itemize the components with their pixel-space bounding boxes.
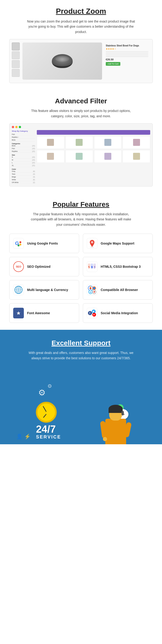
zoom-product-info-panel: Stainless Steel Bowl For Dogs ★★★★☆ €26.… [104,42,150,80]
browser-bar [12,126,150,128]
popular-features-description: The popular features include fully respo… [30,212,132,227]
zoom-thumb-3[interactable] [12,60,20,68]
google-fonts-label: Using Google Fonts [27,241,58,246]
browser-minimize-dot [15,126,18,128]
product-bowl-image [52,54,73,68]
product-zoom-description: Now you can zoom the product and get to … [25,19,137,34]
filter-sidebar-title: Shop By Category [12,130,35,132]
compat-svg: IE [87,285,97,295]
filter-product-3 [94,136,122,149]
person-head [109,407,122,420]
filter-sidebar: Shop By Category Fish Reptiles › Birds C… [12,130,35,184]
zoom-thumb-2[interactable] [12,51,20,59]
popular-features-section: Popular Features The popular features in… [0,191,162,330]
product-title: Stainless Steel Bowl For Dogs [106,44,148,47]
multilang-svg [14,285,23,294]
filter-product-4 [123,136,150,149]
zoom-thumbnail-list [12,42,21,80]
svg-text:IE: IE [89,291,92,293]
lightning-icon: ⚡ [24,434,31,440]
filter-cat-birds[interactable]: Birds [12,139,35,142]
filter-product-1 [37,136,64,149]
user-silhouette-icon: 👤 [16,434,22,440]
support-247-text: 24/7 [36,424,56,434]
svg-rect-11 [88,264,90,267]
support-bottom-icons: 👤 ⚡ [16,434,31,440]
feature-card-html5: 5 B 3 HTML5, CSS3 Bootstrap 3 [83,257,153,276]
compat-icon: IE [87,284,97,295]
support-illustration-area: ⚙ ⚙ 24/7 SERVICE [9,365,153,444]
filter-item-birds[interactable]: Birds (22) [12,144,35,147]
product-price: €26.50 [106,58,148,61]
multilang-label: Multi language & Currency [27,288,68,292]
clock-hand-hour [43,406,47,412]
filter-size-l[interactable]: L (22) [12,162,35,164]
filter-size-s[interactable]: S (22) [12,156,35,158]
filter-color-white[interactable]: White (6) [12,178,35,181]
filter-size-m[interactable]: M (22) [12,158,35,162]
svg-point-4 [18,244,19,246]
clock-icon [36,402,57,423]
html5-svg: 5 B 3 [88,262,96,271]
svg-point-7 [91,242,93,243]
clock-hand-minute [43,414,47,418]
html5-label: HTML5, CSS3 Bootstrap 3 [101,264,141,269]
filter-product-6 [66,150,93,163]
filter-main-area [37,130,150,184]
feature-card-google-fonts: G Using Google Fonts [9,234,79,253]
advanced-filter-section: Advanced Filter This feature allows visi… [0,88,162,191]
filter-cat-reptiles[interactable]: Reptiles › [12,136,35,139]
filter-color-offwhite[interactable]: Off White (2) [12,181,35,184]
zoom-thumb-1[interactable] [12,42,20,50]
social-label: Social Media Integration [101,311,138,315]
filter-color-tean[interactable]: Tean (4) [12,173,35,176]
support-left-group: ⚙ ⚙ 24/7 SERVICE [36,402,61,440]
feature-card-google-maps: Google Maps Support [83,234,153,253]
zoom-thumb-4[interactable] [12,69,20,77]
filter-top-bar [37,130,150,135]
person-torso [105,419,126,444]
excellent-support-description: With great deals and offers, customers a… [25,350,137,361]
gear-large-icon: ⚙ [38,388,46,398]
support-right-group: • • • [105,407,126,444]
font-awesome-icon [13,308,24,318]
filter-product-grid [37,136,150,163]
multilang-icon [13,284,24,295]
seo-text: SEO [16,265,21,268]
filter-color-gray[interactable]: Gray (8) [12,170,35,173]
filter-cat-fish[interactable]: Fish [12,133,35,136]
add-to-cart-button[interactable]: Add To Cart [106,62,120,66]
svg-point-2 [19,241,21,243]
browser-close-dot [12,126,14,128]
svg-point-19 [89,287,91,289]
filter-color-beige[interactable]: Beige (3) [12,176,35,178]
gear-small-icon: ⚙ [47,383,52,389]
support-service-text: SERVICE [36,434,61,440]
filter-size-xl[interactable]: XL (22) [12,164,35,167]
filter-section-color: Color [12,168,35,170]
font-awesome-label: Font Awesome [27,311,50,315]
product-stars: ★★★★☆ [106,48,148,50]
filter-section-categories: Categories [12,143,35,144]
filter-product-2 [66,136,93,149]
svg-point-3 [19,244,21,246]
filter-item-reptiles[interactable]: Reptiles (22) [12,150,35,153]
google-maps-svg [88,239,96,248]
filter-item-fish[interactable]: Fish (10) [12,147,35,150]
support-group: ⚙ ⚙ 24/7 SERVICE [9,402,153,444]
feature-card-seo: SEO SEO Optimized [9,257,79,276]
filter-content: Shop By Category Fish Reptiles › Birds C… [12,130,150,184]
compat-label: Compatibile All Browser [101,288,138,292]
zoom-main-image [22,42,102,80]
svg-point-21 [93,287,95,289]
person-figure [105,407,126,444]
feature-card-compat: IE Compatibile All Browser [83,280,153,300]
advanced-filter-title: Advanced Filter [9,97,153,105]
html5-icon-group: 5 B 3 [88,262,96,271]
product-zoom-mockup-box: Stainless Steel Bowl For Dogs ★★★★☆ €26.… [9,39,153,83]
filter-section-size: Size [12,154,35,156]
google-fonts-icon: G [13,238,24,249]
font-awesome-svg [15,310,22,316]
feature-card-font-awesome: Font Awesome [9,303,79,323]
svg-rect-13 [93,264,96,267]
